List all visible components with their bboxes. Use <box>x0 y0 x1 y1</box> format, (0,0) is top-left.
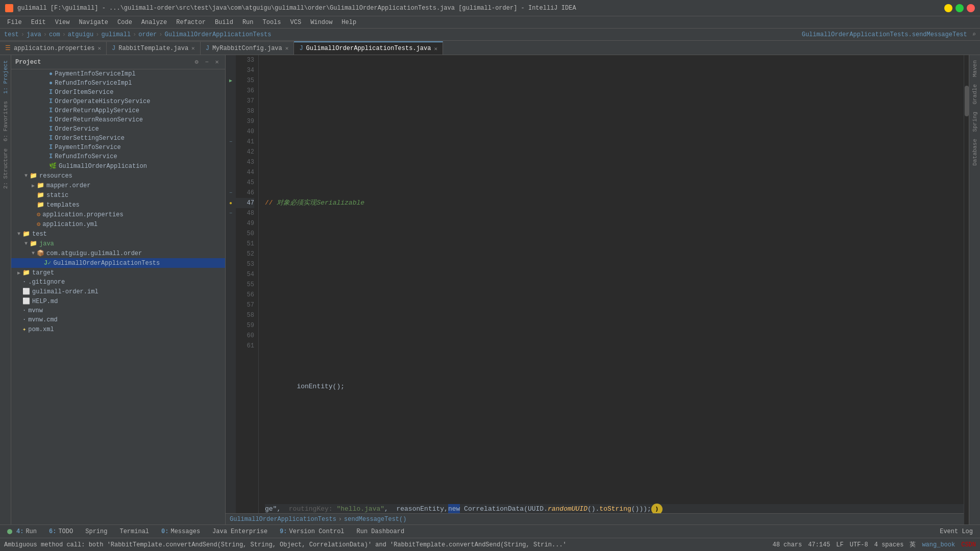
gutter-46-fold[interactable]: − <box>226 188 236 198</box>
menu-tools[interactable]: Tools <box>259 18 285 27</box>
maximize-button[interactable] <box>955 4 964 12</box>
menu-analyze[interactable]: Analyze <box>137 18 171 27</box>
status-user[interactable]: wang_book <box>922 541 955 548</box>
code-area[interactable]: ▶ − − ● − <box>226 55 969 513</box>
tree-GulimallOrderApplicationTests[interactable]: J✓ GulimallOrderApplicationTests <box>11 258 225 268</box>
left-vtab-project[interactable]: 1: Project <box>2 57 10 97</box>
tree-test[interactable]: ▼ 📁 test <box>11 229 225 239</box>
tree-com-atguigu-gulimall-order[interactable]: ▼ 📦 com.atguigu.gulimall.order <box>11 248 225 258</box>
status-line-ending[interactable]: LF <box>836 541 843 548</box>
minimize-button[interactable] <box>944 4 952 12</box>
interface-icon: I <box>49 153 53 160</box>
status-chars[interactable]: 48 chars <box>773 541 802 548</box>
tree-OrderSettingService[interactable]: I OrderSettingService <box>11 134 225 143</box>
tree-OrderReturnApplyService[interactable]: I OrderReturnApplyService <box>11 106 225 115</box>
tree-gulimall-order-iml[interactable]: ⬜ gulimall-order.iml <box>11 287 225 296</box>
menu-navigate[interactable]: Navigate <box>75 18 112 27</box>
tree-application-yml[interactable]: ⚙ application.yml <box>11 219 225 229</box>
bottom-tab-run[interactable]: 4: Run <box>4 527 40 536</box>
right-tab-spring[interactable]: Spring <box>971 109 979 135</box>
bottom-tab-event-log[interactable]: Event Log <box>937 527 976 536</box>
tree-OrderOperateHistoryService[interactable]: I OrderOperateHistoryService <box>11 97 225 106</box>
gutter-35-run[interactable]: ▶ <box>226 76 236 86</box>
gutter-41-fold[interactable]: − <box>226 137 236 147</box>
nav-order[interactable]: order <box>138 31 157 38</box>
tree-resources[interactable]: ▼ 📁 resources <box>11 171 225 181</box>
gutter-47-bp[interactable]: ● <box>226 198 236 208</box>
tree-target[interactable]: ▶ 📁 target <box>11 268 225 278</box>
tab-close-rabbit[interactable]: ✕ <box>191 45 195 52</box>
tree-GulimallOrderApplication[interactable]: 🌿 GulimallOrderApplication <box>11 161 225 171</box>
tree-OrderReturnReasonService[interactable]: I OrderReturnReasonService <box>11 115 225 124</box>
right-tab-maven[interactable]: Maven <box>971 57 979 80</box>
vertical-scrollbar[interactable] <box>964 55 969 524</box>
tree-gitignore[interactable]: · .gitignore <box>11 278 225 287</box>
menu-refactor[interactable]: Refactor <box>172 18 210 27</box>
bottom-tab-version-control[interactable]: 9: Version Control <box>277 527 347 536</box>
status-encoding[interactable]: UTF-8 <box>850 541 868 548</box>
tree-templates[interactable]: 📁 templates <box>11 200 225 210</box>
tab-rabbit-template[interactable]: J RabbitTemplate.java ✕ <box>107 41 201 55</box>
bottom-tab-messages[interactable]: 0: Messages <box>158 527 203 536</box>
nav-method[interactable]: GulimallOrderApplicationTests.sendMessag… <box>802 31 967 38</box>
bottom-tab-spring[interactable]: Spring <box>82 527 110 536</box>
tree-mvnw[interactable]: · mvnw <box>11 306 225 315</box>
tab-close-props[interactable]: ✕ <box>97 45 101 52</box>
breadcrumb-method[interactable]: sendMessageTest() <box>344 516 406 523</box>
tab-close-tests[interactable]: ✕ <box>434 45 437 52</box>
sidebar-collapse-icon[interactable]: − <box>203 58 211 66</box>
nav-class[interactable]: GulimallOrderApplicationTests <box>165 31 272 38</box>
bottom-tab-java-enterprise[interactable]: Java Enterprise <box>209 527 271 536</box>
menu-edit[interactable]: Edit <box>27 18 50 27</box>
menu-file[interactable]: File <box>3 18 26 27</box>
tree-PaymentInfoService[interactable]: I PaymentInfoService <box>11 143 225 152</box>
left-vtab-favorites[interactable]: 6: Favorites <box>2 98 10 144</box>
tree-RefundInfoService[interactable]: I RefundInfoService <box>11 152 225 161</box>
sidebar-settings-icon[interactable]: ⚙ <box>192 58 201 66</box>
tree-mvnw-cmd[interactable]: · mvnw.cmd <box>11 315 225 324</box>
tree-mapper-order[interactable]: ▶ 📁 mapper.order <box>11 181 225 190</box>
nav-atguigu[interactable]: atguigu <box>68 31 93 38</box>
close-button[interactable] <box>967 4 975 12</box>
bottom-tab-run-dashboard[interactable]: Run Dashboard <box>354 527 408 536</box>
tab-close-myrabbit[interactable]: ✕ <box>285 45 289 52</box>
tree-java[interactable]: ▼ 📁 java <box>11 239 225 248</box>
tree-OrderService[interactable]: I OrderService <box>11 124 225 134</box>
nav-java[interactable]: java <box>27 31 41 38</box>
menu-vcs[interactable]: VCS <box>286 18 306 27</box>
bottom-tab-terminal[interactable]: Terminal <box>116 527 152 536</box>
iml-icon: ⬜ <box>22 288 30 295</box>
scrollbar-thumb[interactable] <box>965 86 969 116</box>
tab-my-rabbit-config[interactable]: J MyRabbitConfig.java ✕ <box>201 41 295 55</box>
gutter-48-fold[interactable]: − <box>226 208 236 218</box>
tree-PaymentInfoServiceImpl[interactable]: ● PaymentInfoServiceImpl <box>11 69 225 79</box>
menu-run[interactable]: Run <box>238 18 258 27</box>
code-content[interactable]: // 对象必须实现Serializable ionEntity(); ge", … <box>259 55 969 513</box>
tree-pom-xml[interactable]: ✦ pom.xml <box>11 324 225 334</box>
menu-view[interactable]: View <box>51 18 74 27</box>
breadcrumb-class[interactable]: GulimallOrderApplicationTests <box>230 516 336 523</box>
right-tab-gradle[interactable]: Gradle <box>971 81 979 108</box>
tree-HELP-md[interactable]: ⬜ HELP.md <box>11 296 225 306</box>
tree-static[interactable]: 📁 static <box>11 190 225 200</box>
nav-gulimall[interactable]: gulimall <box>101 31 131 38</box>
tree-application-properties[interactable]: ⚙ application.properties <box>11 210 225 219</box>
menu-window[interactable]: Window <box>306 18 336 27</box>
sidebar-close-icon[interactable]: ✕ <box>213 58 221 66</box>
menu-help[interactable]: Help <box>337 18 360 27</box>
tree-OrderItemService[interactable]: I OrderItemService <box>11 88 225 97</box>
tab-application-properties[interactable]: ☰ application.properties ✕ <box>0 41 107 55</box>
nav-com[interactable]: com <box>49 31 60 38</box>
status-position[interactable]: 47:145 <box>808 541 830 548</box>
left-vtab-structure[interactable]: 2: Structure <box>2 145 10 192</box>
tab-gulimall-tests[interactable]: J GulimallOrderApplicationTests.java ✕ <box>294 41 443 55</box>
menu-code[interactable]: Code <box>113 18 136 27</box>
menu-build[interactable]: Build <box>211 18 237 27</box>
bottom-tab-todo[interactable]: 6: TODO <box>46 527 76 536</box>
folder-icon: 📁 <box>37 191 44 199</box>
nav-test[interactable]: test <box>4 31 19 38</box>
right-tab-database[interactable]: Database <box>971 136 979 169</box>
status-indent[interactable]: 4 spaces <box>874 541 904 548</box>
status-lang[interactable]: 英 <box>910 540 916 549</box>
tree-RefundInfoServiceImpl[interactable]: ● RefundInfoServiceImpl <box>11 79 225 88</box>
